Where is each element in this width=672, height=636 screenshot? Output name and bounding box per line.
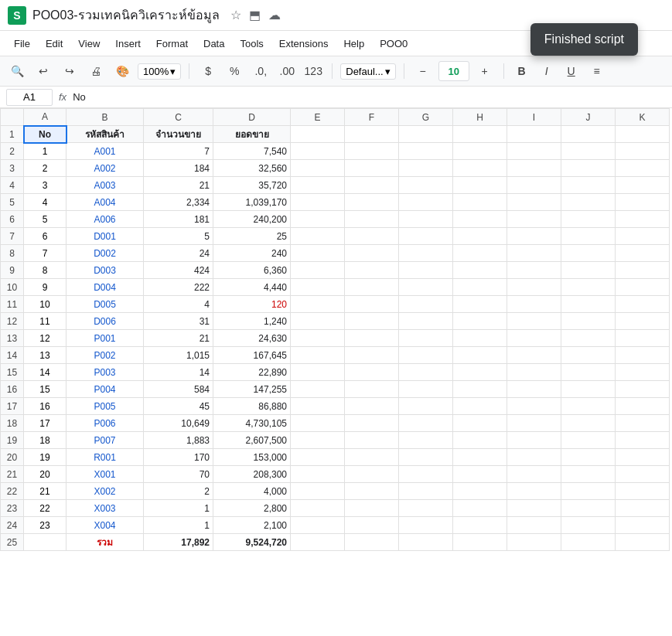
print-button[interactable]: 🖨 xyxy=(85,60,107,82)
table-row[interactable]: 87D00224240 xyxy=(1,245,670,262)
cell-i[interactable] xyxy=(507,228,561,245)
table-row[interactable]: 2120X00170208,300 xyxy=(1,466,670,483)
cell-d[interactable]: 7,540 xyxy=(213,143,291,160)
cell-h[interactable] xyxy=(453,279,507,296)
cell-c[interactable]: 4 xyxy=(144,296,213,313)
cell-g[interactable] xyxy=(399,381,453,398)
cell-g[interactable] xyxy=(399,245,453,262)
cell-e[interactable] xyxy=(291,415,345,432)
currency-button[interactable]: $ xyxy=(197,60,219,82)
cell-k[interactable] xyxy=(616,449,670,466)
cell-f[interactable] xyxy=(345,228,399,245)
cell-b[interactable]: D004 xyxy=(67,279,144,296)
cell-f[interactable] xyxy=(345,381,399,398)
cell-i[interactable] xyxy=(507,330,561,347)
cell-b[interactable]: X003 xyxy=(67,500,144,517)
cell-d[interactable]: 24,630 xyxy=(213,330,291,347)
cell-d[interactable]: 208,300 xyxy=(213,466,291,483)
cell-f[interactable] xyxy=(345,483,399,500)
cell-i[interactable] xyxy=(507,466,561,483)
cell-i[interactable] xyxy=(507,364,561,381)
cell-b[interactable]: P002 xyxy=(67,347,144,364)
cell-h[interactable] xyxy=(453,534,507,551)
table-row[interactable]: 1615P004584147,255 xyxy=(1,381,670,398)
cell-g[interactable] xyxy=(399,483,453,500)
cell-d[interactable]: 4,000 xyxy=(213,483,291,500)
cell-b[interactable]: P004 xyxy=(67,381,144,398)
cell-i[interactable] xyxy=(507,313,561,330)
cell-i[interactable] xyxy=(507,143,561,160)
cell-c[interactable]: 5 xyxy=(144,228,213,245)
cell-e[interactable] xyxy=(291,483,345,500)
cell-j[interactable] xyxy=(561,534,616,551)
cell-b[interactable]: P003 xyxy=(67,364,144,381)
cell-j[interactable] xyxy=(561,228,616,245)
cell-e[interactable] xyxy=(291,313,345,330)
cell-f[interactable] xyxy=(345,211,399,228)
paint-button[interactable]: 🎨 xyxy=(111,60,133,82)
cell-d[interactable]: 6,360 xyxy=(213,262,291,279)
cell-d[interactable]: 153,000 xyxy=(213,449,291,466)
cell-e[interactable] xyxy=(291,432,345,449)
cell-e[interactable] xyxy=(291,466,345,483)
cell-d[interactable]: 4,440 xyxy=(213,279,291,296)
cell-h[interactable] xyxy=(453,449,507,466)
cell-h[interactable] xyxy=(453,466,507,483)
cell-b[interactable]: P007 xyxy=(67,432,144,449)
cell-k[interactable] xyxy=(616,432,670,449)
cell-d[interactable]: 1,240 xyxy=(213,313,291,330)
cell-d[interactable]: 120 xyxy=(213,296,291,313)
cell-a[interactable]: 17 xyxy=(24,415,67,432)
cell-i[interactable] xyxy=(507,534,561,551)
cell-d[interactable]: 22,890 xyxy=(213,364,291,381)
col-header-g[interactable]: G xyxy=(399,109,453,126)
cell-g[interactable] xyxy=(399,347,453,364)
menu-data[interactable]: Data xyxy=(197,36,230,52)
cell-c[interactable]: 222 xyxy=(144,279,213,296)
cell-k[interactable] xyxy=(616,500,670,517)
cell-i[interactable] xyxy=(507,262,561,279)
cell-i[interactable] xyxy=(507,160,561,177)
cell-h[interactable] xyxy=(453,160,507,177)
cell-c[interactable]: 21 xyxy=(144,177,213,194)
cell-d[interactable]: 2,100 xyxy=(213,517,291,534)
col-header-e[interactable]: E xyxy=(291,109,345,126)
cell-b[interactable]: รวม xyxy=(67,534,144,551)
cell-e[interactable] xyxy=(291,364,345,381)
cell-c[interactable]: 184 xyxy=(144,160,213,177)
cell-g[interactable] xyxy=(399,296,453,313)
cell-f[interactable] xyxy=(345,466,399,483)
cell-b[interactable]: X001 xyxy=(67,466,144,483)
cell-b[interactable]: X004 xyxy=(67,517,144,534)
cell-f[interactable] xyxy=(345,364,399,381)
cell-a[interactable]: 3 xyxy=(24,177,67,194)
table-row[interactable]: 1413P0021,015167,645 xyxy=(1,347,670,364)
cell-g[interactable] xyxy=(399,449,453,466)
cell-i[interactable] xyxy=(507,245,561,262)
cell-e[interactable] xyxy=(291,296,345,313)
cell-c[interactable]: 45 xyxy=(144,398,213,415)
table-row[interactable]: 1110D0054120 xyxy=(1,296,670,313)
cell-h[interactable] xyxy=(453,262,507,279)
cell-a[interactable]: 6 xyxy=(24,228,67,245)
cell-i[interactable] xyxy=(507,381,561,398)
cell-g[interactable] xyxy=(399,194,453,211)
cell-h[interactable] xyxy=(453,364,507,381)
cell-j[interactable] xyxy=(561,500,616,517)
spreadsheet[interactable]: A B C D E F G H I J K 1Noรหัสสินค้าจำนวน… xyxy=(0,108,672,636)
cell-i[interactable] xyxy=(507,347,561,364)
menu-tools[interactable]: Tools xyxy=(234,36,269,52)
cell-e[interactable] xyxy=(291,381,345,398)
cell-f[interactable] xyxy=(345,398,399,415)
cell-g[interactable] xyxy=(399,228,453,245)
cell-a[interactable]: 19 xyxy=(24,449,67,466)
cell-e[interactable] xyxy=(291,398,345,415)
cell-a[interactable]: 7 xyxy=(24,245,67,262)
bold-button[interactable]: B xyxy=(512,61,532,81)
cell-g[interactable] xyxy=(399,432,453,449)
cell-d[interactable]: 167,645 xyxy=(213,347,291,364)
cell-k[interactable] xyxy=(616,126,670,143)
cell-k[interactable] xyxy=(616,211,670,228)
cell-j[interactable] xyxy=(561,194,616,211)
cell-k[interactable] xyxy=(616,228,670,245)
